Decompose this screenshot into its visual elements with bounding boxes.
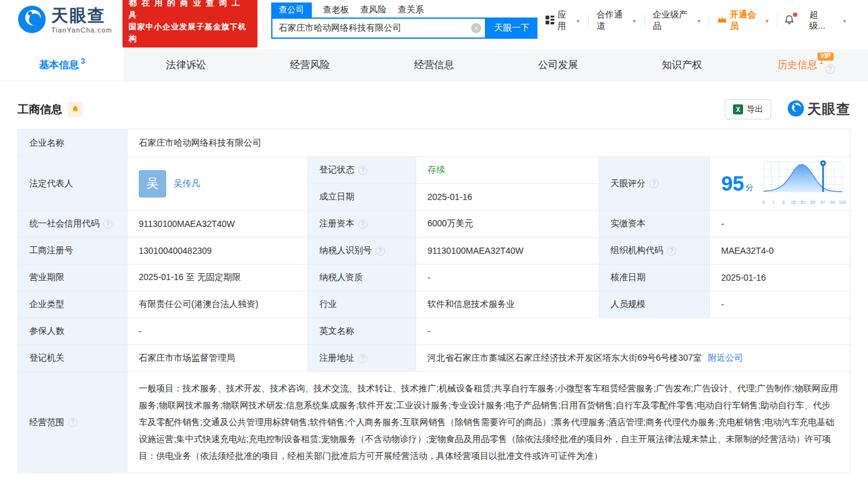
score-chart: 0131550859799100 [761, 159, 846, 208]
field-label: 纳税人识别号? [308, 238, 416, 264]
avatar[interactable]: 吴 [139, 170, 166, 198]
logo-brand-text: 天眼查 [51, 8, 112, 24]
table-row: 工商注册号 130100400482309 纳税人识别号? 91130100MA… [18, 238, 851, 264]
tab-operation-risk[interactable]: 经营风险 [248, 49, 372, 81]
field-value: 2025-01-16 [710, 264, 851, 291]
nav-enterprise-products[interactable]: 企业级产品 ▾ [644, 14, 709, 27]
nearby-companies-link[interactable]: 附近公司 [708, 353, 743, 364]
field-value: - [710, 291, 851, 318]
watermark-brand: 天眼查 [807, 100, 851, 119]
company-tabbar: 基本信息 3 法律诉讼 经营风险 经营信息 公司发展 知识产权 历史信息 VIP… [0, 49, 868, 81]
svg-text:15: 15 [791, 200, 796, 204]
field-value: 2025-01-16 [416, 184, 599, 211]
field-value: 石家庄市哈动网络科技有限公司 [127, 129, 851, 157]
clear-icon[interactable]: × [471, 23, 481, 33]
field-label: 人员规模 [599, 291, 710, 318]
nav-apps[interactable]: 应用 ▾ [537, 14, 587, 27]
field-label: 成立日期 [308, 184, 416, 211]
field-label: 实缴资本 [599, 211, 710, 238]
help-icon[interactable]: ? [358, 166, 367, 175]
svg-text:1: 1 [772, 200, 775, 204]
field-label: 核准日期 [599, 264, 710, 291]
slogan-line2: 国家中小企业发展子基金旗下机构 [129, 21, 251, 45]
nav-notifications[interactable] [777, 14, 801, 27]
field-label: 注册地址? [308, 345, 416, 372]
field-label: 注册资本? [308, 211, 416, 238]
help-icon[interactable]: ? [826, 64, 835, 74]
field-label: 参保人数 [18, 318, 127, 345]
table-row: 企业名称 石家庄市哈动网络科技有限公司 [18, 129, 851, 157]
field-value: - [416, 264, 599, 291]
tianyancha-logo[interactable]: 天眼查 TianYanCha.com [17, 5, 112, 36]
search-tabs: 查公司 查老板 查风险 查关系 [271, 3, 537, 18]
chevron-down-icon: ▾ [633, 18, 636, 24]
top-header: 天眼查 TianYanCha.com 都 在 用 的 商 业 查 询 工 具 国… [0, 0, 868, 41]
table-row: 参保人数 - 英文名称 - [18, 318, 851, 345]
svg-text:97: 97 [821, 200, 826, 204]
search-area: 查公司 查老板 查风险 查关系 × 天眼一下 [271, 3, 537, 39]
tab-label: 法律诉讼 [166, 59, 206, 72]
chevron-down-icon: ▾ [697, 18, 701, 24]
search-input[interactable] [271, 18, 486, 39]
search-button[interactable]: 天眼一下 [486, 18, 537, 39]
search-tab-company[interactable]: 查公司 [271, 3, 312, 18]
search-tab-boss[interactable]: 查老板 [323, 3, 349, 18]
tab-label: 经营风险 [290, 59, 330, 72]
crown-icon [717, 16, 727, 26]
help-icon[interactable]: ? [649, 179, 659, 188]
tab-company-development[interactable]: 公司发展 [496, 49, 620, 81]
grid-icon [546, 16, 554, 26]
tab-label: 基本信息 [39, 59, 79, 72]
tianyancha-swirl-icon [787, 100, 804, 119]
tab-legal-litigation[interactable]: 法律诉讼 [124, 49, 247, 81]
chevron-down-icon: ▾ [766, 18, 769, 24]
table-row: 法定代表人 吴 吴传凡 登记状态? 存续 天眼评分? 95 分 01315508… [18, 157, 851, 211]
nav-open-vip[interactable]: 开通会员 ▾ [709, 14, 777, 27]
tab-intellectual-property[interactable]: 知识产权 [620, 49, 744, 81]
field-value: - [127, 318, 308, 345]
field-value: 一般项目：技术服务、技术开发、技术咨询、技术交流、技术转让、技术推广;机械设备租… [127, 372, 851, 473]
export-button[interactable]: X 导出 [725, 99, 771, 119]
field-label: 工商注册号 [18, 238, 127, 264]
field-value: 91130100MAEA32T40W [127, 211, 308, 238]
table-row: 企业类型 有限责任公司(港澳台法人独资) 行业 软件和信息技术服务业 人员规模 … [18, 291, 851, 318]
legal-rep-link[interactable]: 吴传凡 [174, 178, 200, 189]
chevron-down-icon: ▾ [843, 18, 846, 24]
svg-text:3: 3 [782, 200, 785, 204]
field-value: 6000万美元 [416, 211, 599, 238]
field-label: 法定代表人 [18, 157, 127, 211]
tab-history-info[interactable]: 历史信息 VIP 1 ? [744, 49, 868, 81]
nav-cooperation[interactable]: 合作通道 ▾ [588, 14, 644, 27]
legal-rep-cell: 吴 吴传凡 [127, 157, 308, 211]
field-label: 组织机构代码? [599, 238, 710, 264]
help-icon[interactable]: ? [358, 354, 367, 363]
svg-text:99: 99 [830, 200, 835, 204]
help-icon[interactable]: ? [68, 418, 77, 427]
field-value: MAEA32T4-0 [710, 238, 851, 264]
field-label: 天眼评分? [599, 157, 710, 211]
tab-basic-info[interactable]: 基本信息 3 [0, 49, 124, 81]
help-icon[interactable]: ? [103, 219, 112, 229]
slogan-line1: 都 在 用 的 商 业 查 询 工 具 [129, 0, 251, 21]
export-label: 导出 [747, 104, 763, 115]
svg-text:100: 100 [839, 200, 846, 204]
svg-text:0: 0 [762, 200, 765, 204]
help-icon[interactable]: ? [376, 246, 385, 256]
top-nav: 应用 ▾ 合作通道 ▾ 企业级产品 ▾ 开通会员 ▾ 超级... ▾ [537, 9, 854, 32]
help-icon[interactable]: ? [667, 246, 676, 256]
field-label: 企业类型 [18, 291, 127, 318]
nav-user-label: 超级... [809, 9, 832, 32]
excel-icon: X [733, 104, 743, 114]
field-value: 有限责任公司(港澳台法人独资) [127, 291, 308, 318]
field-value: 130100400482309 [127, 238, 308, 264]
subscribe-bell-icon[interactable] [67, 102, 82, 117]
tab-label: 历史信息 [777, 59, 817, 72]
field-label: 企业名称 [18, 129, 127, 157]
table-row: 统一社会信用代码? 91130100MAEA32T40W 注册资本? 6000万… [18, 211, 851, 238]
search-tab-relation[interactable]: 查关系 [398, 3, 424, 18]
help-icon[interactable]: ? [358, 219, 367, 229]
nav-apps-label: 应用 [557, 9, 573, 32]
search-tab-risk[interactable]: 查风险 [361, 3, 387, 18]
tab-operation-info[interactable]: 经营信息 [372, 49, 496, 81]
nav-user-menu[interactable]: 超级... ▾ [801, 14, 854, 27]
